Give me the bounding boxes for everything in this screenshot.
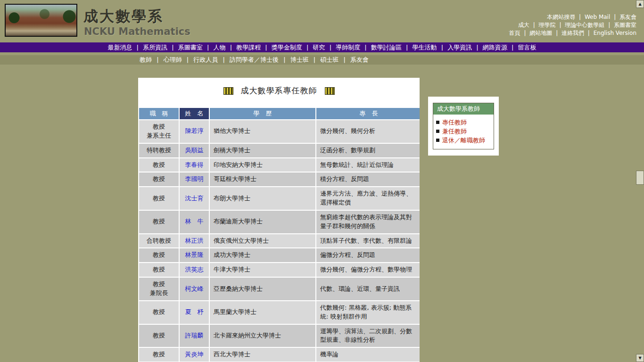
nav-link[interactable]: 首頁	[509, 30, 520, 36]
faculty-name-link[interactable]: 吳順益	[185, 147, 204, 154]
faculty-name-link[interactable]: 許瑞麟	[185, 332, 204, 339]
faculty-title: 教授	[139, 187, 179, 210]
nav-link[interactable]: 人物	[213, 44, 225, 51]
nav-link[interactable]: 研究	[313, 44, 325, 51]
nav-link[interactable]: 博士班	[290, 56, 309, 63]
faculty-name-link[interactable]: 陳若淳	[185, 127, 204, 134]
separator: |	[512, 44, 513, 51]
faculty-specialty: 機率論	[316, 348, 420, 362]
faculty-table-row: 教授 李國明 哥廷根大學博士 積分方程、反問題	[139, 173, 420, 186]
nav-link[interactable]: 網路資源	[483, 44, 507, 51]
faculty-specialty: 積分方程、反問題	[316, 173, 420, 186]
separator: |	[608, 22, 610, 28]
sidebar-link[interactable]: 兼任教師	[442, 127, 467, 136]
faculty-name-link[interactable]: 林正洪	[185, 237, 204, 244]
col-header-name: 姓 名	[180, 108, 209, 119]
nav-link[interactable]: 連絡我們	[561, 30, 584, 36]
faculty-title: 教授	[139, 263, 179, 277]
nav-link[interactable]: 最新消息	[107, 44, 132, 51]
nav-link[interactable]: Web Mail	[585, 14, 610, 20]
faculty-specialty: 無窮維李超代數的表示理論及其對量子群和幾何的關係	[316, 211, 420, 233]
nav-link[interactable]: 成大	[518, 22, 529, 28]
faculty-name-link[interactable]: 柯文峰	[185, 285, 204, 292]
nav-link[interactable]: 理論中心數學組	[565, 22, 604, 28]
sidebar-box: 成大數學系教師 專任教師 兼任教師 退休／離職教師	[433, 103, 494, 149]
separator: |	[207, 44, 209, 51]
faculty-name-link[interactable]: 李春得	[185, 161, 204, 168]
nav-link[interactable]: 系圖書室	[178, 44, 203, 51]
nav-link[interactable]: 獎學金制度	[272, 44, 302, 51]
square-bullet-icon	[436, 130, 439, 133]
nav-link[interactable]: 系所資訊	[143, 44, 167, 51]
separator: |	[306, 44, 308, 51]
faculty-title: 教授	[139, 348, 179, 362]
nav-link[interactable]: 本網站搜尋	[547, 14, 575, 20]
col-header-specialty: 專 長	[316, 108, 420, 119]
faculty-degree: 布朗大學博士	[210, 187, 315, 210]
faculty-specialty: 代數幾何: 黑格叢, 表示簇; 動態系統: 映射類群作用	[316, 301, 420, 324]
faculty-degree: 亞歷桑納大學博士	[210, 278, 315, 300]
nav-link[interactable]: 教學課程	[236, 44, 261, 51]
faculty-table-row: 教授 兼系主任 陳若淳 猶他大學博士 微分幾何、幾何分析	[139, 120, 420, 143]
sidebar-link[interactable]: 退休／離職教師	[442, 136, 485, 145]
nav-link[interactable]: 網站地圖	[529, 30, 552, 36]
nav-link[interactable]: 系友會	[350, 56, 369, 63]
nav-link[interactable]: 學生活動	[413, 44, 437, 51]
faculty-table: 職 稱 姓 名 學 歷 專 長 教授 兼系主任 陳若淳 猶他大學博士 微分幾何、…	[138, 107, 420, 362]
main-content-panel: 成大數學系專任教師 職 稱 姓 名 學 歷 專 長 教授 兼系主任 陳若淳 猶他…	[138, 78, 420, 362]
faculty-title: 教授	[139, 248, 179, 262]
nav-link[interactable]: 導師制度	[336, 44, 360, 51]
faculty-name-link[interactable]: 李國明	[185, 175, 204, 182]
faculty-table-row: 教授 洪英志 牛津大學博士 微分幾何、偏微分方程、數學物理	[139, 263, 420, 277]
faculty-name-link[interactable]: 沈士育	[185, 195, 204, 202]
separator: |	[588, 30, 590, 36]
faculty-degree: 牛津大學博士	[210, 263, 315, 277]
separator: |	[230, 44, 232, 51]
page-root: 成大數學系 NCKU Mathematics 本網站搜尋 | Web Mail …	[0, 0, 644, 65]
faculty-name-link[interactable]: 夏 杼	[185, 308, 204, 315]
separator: |	[614, 14, 616, 20]
faculty-name-link[interactable]: 林景隆	[185, 251, 204, 258]
nav-link[interactable]: 系友會	[619, 14, 636, 20]
faculty-degree: 俄亥俄州立大學博士	[210, 234, 315, 248]
separator: |	[283, 56, 285, 63]
sidebar-link-item[interactable]: 專任教師	[436, 118, 491, 127]
square-bullet-icon	[436, 121, 439, 124]
separator: |	[344, 56, 346, 63]
nav-link[interactable]: 行政人員	[193, 56, 218, 63]
department-building-photo	[5, 4, 77, 37]
nav-link[interactable]: 入學資訊	[447, 44, 472, 51]
nav-link[interactable]: English Version	[594, 30, 636, 36]
scroll-up-icon[interactable]: ▲	[636, 0, 644, 8]
nav-link[interactable]: 系圖書室	[614, 22, 636, 28]
scroll-down-icon[interactable]: ▼	[636, 354, 644, 362]
header-links-line1: 本網站搜尋 | Web Mail | 系友會	[509, 13, 636, 21]
faculty-specialty: 頂點算子代數、李代數、有限群論	[316, 234, 420, 248]
nav-link[interactable]: 訪問學者／博士後	[230, 56, 279, 63]
faculty-name-link[interactable]: 林 牛	[185, 218, 204, 225]
faculty-title: 教授	[139, 301, 179, 324]
faculty-name-link[interactable]: 洪英志	[185, 266, 204, 273]
faculty-title: 教授	[139, 158, 179, 172]
sidebar-link-item[interactable]: 退休／離職教師	[436, 136, 491, 145]
faculty-specialty: 運籌學、演算法、二次規劃、分數型規畫、非線性分析	[316, 325, 420, 347]
nav-link[interactable]: 教師	[140, 56, 152, 63]
nav-link[interactable]: 理學院	[539, 22, 556, 28]
nav-link[interactable]: 留言板	[518, 44, 537, 51]
faculty-specialty: 微分幾何、幾何分析	[316, 120, 420, 143]
vertical-scrollbar[interactable]: ▲ ▼	[636, 0, 644, 362]
faculty-degree: 成功大學博士	[210, 248, 315, 262]
faculty-degree: 印地安納大學博士	[210, 158, 315, 172]
sidebar-link-item[interactable]: 兼任教師	[436, 127, 491, 136]
sub-navigation: 教師 | 心理師 | 行政人員 | 訪問學者／博士後 | 博士班 | 碩士班 |…	[0, 55, 644, 65]
nav-link[interactable]: 心理師	[164, 56, 182, 63]
separator: |	[172, 44, 173, 51]
scroll-thumb[interactable]	[636, 171, 644, 185]
sidebar-link[interactable]: 專任教師	[442, 118, 467, 127]
faculty-name-link[interactable]: 黃炎坤	[185, 351, 204, 358]
faculty-degree: 劍橋大學博士	[210, 144, 315, 157]
nav-link[interactable]: 碩士班	[320, 56, 339, 63]
separator: |	[556, 30, 558, 36]
nav-link[interactable]: 數學討論區	[371, 44, 402, 51]
faculty-table-row: 教授 林景隆 成功大學博士 偏微分方程、反問題	[139, 248, 420, 262]
